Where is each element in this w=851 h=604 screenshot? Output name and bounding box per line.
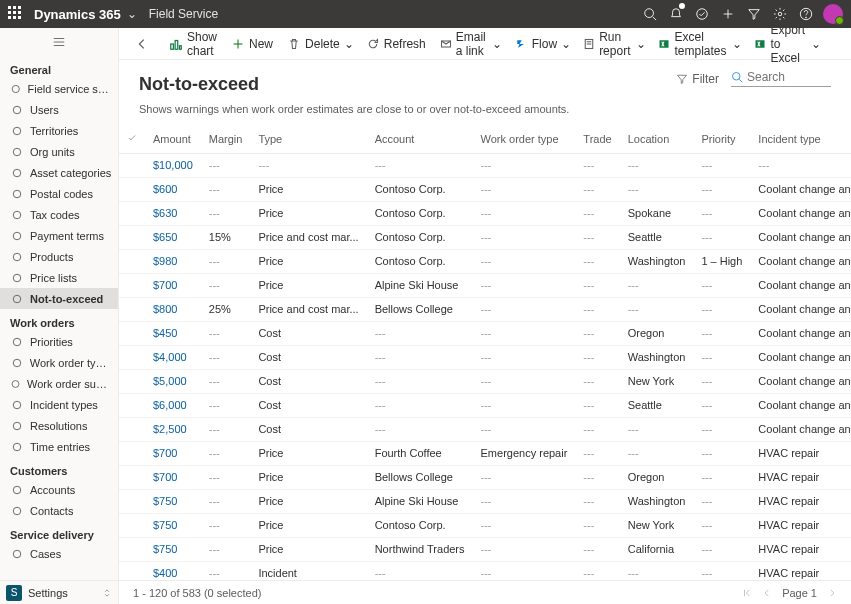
assistant-icon[interactable]: [689, 0, 715, 28]
cell-amount[interactable]: $800: [145, 297, 201, 321]
column-header[interactable]: Location: [620, 125, 694, 153]
table-row[interactable]: $700---PriceFourth CoffeeEmergency repai…: [119, 441, 851, 465]
row-check[interactable]: [119, 273, 145, 297]
cell-amount[interactable]: $600: [145, 177, 201, 201]
email-link-button[interactable]: Email a link⌄: [434, 28, 506, 59]
column-header[interactable]: Incident type↓: [750, 125, 851, 153]
search-input-wrap[interactable]: [731, 70, 831, 87]
sidebar-item-tax[interactable]: Tax codes: [0, 204, 118, 225]
sidebar-item-pricelists[interactable]: Price lists: [0, 267, 118, 288]
refresh-button[interactable]: Refresh: [360, 28, 432, 59]
area-switcher[interactable]: S Settings: [0, 580, 118, 604]
column-header[interactable]: Amount: [145, 125, 201, 153]
chevron-down-icon[interactable]: ⌄: [127, 7, 137, 21]
delete-button[interactable]: Delete⌄: [281, 28, 358, 59]
sidebar-item-prio[interactable]: Priorities: [0, 331, 118, 352]
first-page-icon[interactable]: [742, 588, 752, 598]
new-button[interactable]: New: [225, 28, 279, 59]
column-header[interactable]: Account: [367, 125, 473, 153]
sidebar-item-cont[interactable]: Contacts: [0, 500, 118, 521]
cell-amount[interactable]: $700: [145, 465, 201, 489]
cell-amount[interactable]: $700: [145, 441, 201, 465]
sidebar-item-wot[interactable]: Work order types: [0, 352, 118, 373]
row-check[interactable]: [119, 225, 145, 249]
sidebar-item-users[interactable]: Users: [0, 99, 118, 120]
column-header[interactable]: Type: [250, 125, 366, 153]
cell-amount[interactable]: $750: [145, 489, 201, 513]
table-row[interactable]: $750---PriceAlpine Ski House------Washin…: [119, 489, 851, 513]
table-row[interactable]: $5,000---Cost---------New York---Coolant…: [119, 369, 851, 393]
table-row[interactable]: $2,500---Cost---------------Coolant chan…: [119, 417, 851, 441]
cell-amount[interactable]: $6,000: [145, 393, 201, 417]
sidebar-item-prod[interactable]: Products: [0, 246, 118, 267]
sidebar-item-terr[interactable]: Territories: [0, 120, 118, 141]
cell-amount[interactable]: $5,000: [145, 369, 201, 393]
table-row[interactable]: $80025%Price and cost mar...Bellows Coll…: [119, 297, 851, 321]
row-check[interactable]: [119, 321, 145, 345]
chevron-down-icon[interactable]: ⌄: [344, 37, 352, 51]
next-page-icon[interactable]: [827, 588, 837, 598]
table-row[interactable]: $630---PriceContoso Corp.------Spokane--…: [119, 201, 851, 225]
sidebar-item-time[interactable]: Time entries: [0, 436, 118, 457]
chevron-down-icon[interactable]: ⌄: [492, 37, 500, 51]
sidebar-item-inct[interactable]: Incident types: [0, 394, 118, 415]
row-check[interactable]: [119, 537, 145, 561]
brand-name[interactable]: Dynamics 365: [34, 7, 121, 22]
excel-templates-button[interactable]: Excel templates⌄: [652, 28, 746, 59]
table-row[interactable]: $400---Incident---------------HVAC repai…: [119, 561, 851, 580]
help-icon[interactable]: [793, 0, 819, 28]
prev-page-icon[interactable]: [762, 588, 772, 598]
column-header[interactable]: Margin: [201, 125, 251, 153]
search-icon[interactable]: [637, 0, 663, 28]
cell-amount[interactable]: $750: [145, 537, 201, 561]
row-check[interactable]: [119, 345, 145, 369]
row-check[interactable]: [119, 465, 145, 489]
area-name[interactable]: Field Service: [149, 7, 218, 21]
table-row[interactable]: $10,000------------------------: [119, 153, 851, 177]
chevron-down-icon[interactable]: ⌄: [732, 37, 740, 51]
row-check[interactable]: [119, 513, 145, 537]
table-row[interactable]: $700---PriceAlpine Ski House------------…: [119, 273, 851, 297]
sidebar-item-fss[interactable]: Field service settings: [0, 78, 118, 99]
avatar[interactable]: [823, 4, 843, 24]
cell-amount[interactable]: $700: [145, 273, 201, 297]
table-row[interactable]: $6,000---Cost---------Seattle---Coolant …: [119, 393, 851, 417]
row-check[interactable]: [119, 393, 145, 417]
table-row[interactable]: $980---PriceContoso Corp.------Washingto…: [119, 249, 851, 273]
table-row[interactable]: $450---Cost---------Oregon---Coolant cha…: [119, 321, 851, 345]
overflow-button[interactable]: [829, 28, 851, 59]
table-row[interactable]: $4,000---Cost---------Washington---Coola…: [119, 345, 851, 369]
column-header[interactable]: Work order type: [473, 125, 576, 153]
search-input[interactable]: [747, 70, 817, 84]
cell-amount[interactable]: $2,500: [145, 417, 201, 441]
sidebar-item-org[interactable]: Org units: [0, 141, 118, 162]
cell-amount[interactable]: $10,000: [145, 153, 201, 177]
row-check[interactable]: [119, 201, 145, 225]
cell-amount[interactable]: $450: [145, 321, 201, 345]
table-row[interactable]: $600---PriceContoso Corp.------------Coo…: [119, 177, 851, 201]
back-button[interactable]: [129, 28, 155, 59]
cell-amount[interactable]: $4,000: [145, 345, 201, 369]
bell-icon[interactable]: [663, 0, 689, 28]
row-check[interactable]: [119, 369, 145, 393]
export-excel-button[interactable]: Export to Excel⌄: [748, 28, 825, 59]
row-check[interactable]: [119, 177, 145, 201]
row-check[interactable]: [119, 441, 145, 465]
row-check[interactable]: [119, 417, 145, 441]
run-report-button[interactable]: Run report⌄: [577, 28, 650, 59]
column-header[interactable]: Priority: [693, 125, 750, 153]
chevron-down-icon[interactable]: ⌄: [636, 37, 644, 51]
column-header[interactable]: Trade: [575, 125, 619, 153]
row-check[interactable]: [119, 297, 145, 321]
sidebar-item-payterms[interactable]: Payment terms: [0, 225, 118, 246]
table-row[interactable]: $750---PriceContoso Corp.------New York-…: [119, 513, 851, 537]
sidebar-item-cases[interactable]: Cases: [0, 543, 118, 564]
show-chart-button[interactable]: Show chart: [163, 28, 223, 59]
sidebar-item-wos[interactable]: Work order substatu...: [0, 373, 118, 394]
flow-button[interactable]: Flow⌄: [508, 28, 575, 59]
row-check[interactable]: [119, 249, 145, 273]
row-check[interactable]: [119, 489, 145, 513]
table-row[interactable]: $750---PriceNorthwind Traders------Calif…: [119, 537, 851, 561]
select-all-header[interactable]: [119, 125, 145, 153]
filter-icon[interactable]: [741, 0, 767, 28]
